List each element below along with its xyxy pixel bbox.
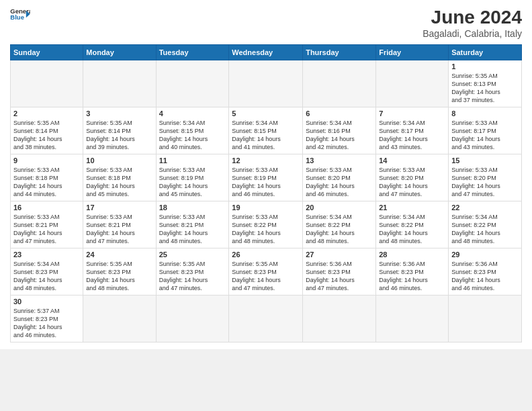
header: General Blue June 2024 Bagaladi, Calabri… [10, 7, 522, 39]
calendar-week-row: 30Sunrise: 5:37 AMSunset: 8:23 PMDayligh… [11, 295, 522, 342]
calendar-cell: 14Sunrise: 5:33 AMSunset: 8:20 PMDayligh… [376, 154, 449, 201]
calendar-week-row: 9Sunrise: 5:33 AMSunset: 8:18 PMDaylight… [11, 154, 522, 201]
day-number: 1 [451, 62, 519, 71]
day-number: 22 [451, 203, 519, 212]
calendar-cell: 24Sunrise: 5:35 AMSunset: 8:23 PMDayligh… [83, 248, 156, 295]
day-info: Sunrise: 5:33 AMSunset: 8:18 PMDaylight:… [13, 166, 80, 199]
day-info: Sunrise: 5:34 AMSunset: 8:17 PMDaylight:… [379, 119, 445, 152]
weekday-header-tuesday: Tuesday [156, 45, 229, 60]
day-info: Sunrise: 5:33 AMSunset: 8:20 PMDaylight:… [306, 166, 373, 199]
calendar-cell [229, 60, 303, 107]
calendar-cell: 12Sunrise: 5:33 AMSunset: 8:19 PMDayligh… [229, 154, 303, 201]
day-number: 25 [159, 250, 226, 259]
day-number: 3 [86, 109, 152, 118]
calendar-cell: 27Sunrise: 5:36 AMSunset: 8:23 PMDayligh… [303, 248, 376, 295]
weekday-header-thursday: Thursday [303, 45, 376, 60]
weekday-header-saturday: Saturday [449, 45, 522, 60]
calendar-cell: 21Sunrise: 5:34 AMSunset: 8:22 PMDayligh… [376, 201, 449, 248]
day-info: Sunrise: 5:33 AMSunset: 8:21 PMDaylight:… [86, 213, 152, 246]
day-info: Sunrise: 5:34 AMSunset: 8:23 PMDaylight:… [13, 260, 80, 293]
calendar-page: General Blue June 2024 Bagaladi, Calabri… [0, 0, 532, 349]
calendar-cell: 5Sunrise: 5:34 AMSunset: 8:15 PMDaylight… [229, 107, 303, 154]
day-number: 17 [86, 203, 152, 212]
calendar-week-row: 2Sunrise: 5:35 AMSunset: 8:14 PMDaylight… [11, 107, 522, 154]
day-info: Sunrise: 5:35 AMSunset: 8:14 PMDaylight:… [13, 119, 80, 152]
day-number: 16 [13, 203, 80, 212]
day-info: Sunrise: 5:33 AMSunset: 8:19 PMDaylight:… [232, 166, 300, 199]
day-info: Sunrise: 5:33 AMSunset: 8:22 PMDaylight:… [232, 213, 300, 246]
day-info: Sunrise: 5:37 AMSunset: 8:23 PMDaylight:… [13, 307, 80, 340]
location: Bagaladi, Calabria, Italy [423, 28, 522, 39]
weekday-header-monday: Monday [83, 45, 156, 60]
day-info: Sunrise: 5:34 AMSunset: 8:22 PMDaylight:… [379, 213, 445, 246]
day-info: Sunrise: 5:35 AMSunset: 8:23 PMDaylight:… [159, 260, 226, 293]
day-info: Sunrise: 5:35 AMSunset: 8:13 PMDaylight:… [451, 72, 519, 105]
day-number: 8 [451, 109, 519, 118]
calendar-cell [303, 60, 376, 107]
day-number: 7 [379, 109, 445, 118]
day-number: 14 [379, 156, 445, 165]
day-info: Sunrise: 5:34 AMSunset: 8:22 PMDaylight:… [306, 213, 373, 246]
calendar-cell: 4Sunrise: 5:34 AMSunset: 8:15 PMDaylight… [156, 107, 229, 154]
calendar-cell: 18Sunrise: 5:33 AMSunset: 8:21 PMDayligh… [156, 201, 229, 248]
svg-text:Blue: Blue [10, 13, 24, 21]
calendar-cell [229, 295, 303, 342]
calendar-week-row: 1Sunrise: 5:35 AMSunset: 8:13 PMDaylight… [11, 60, 522, 107]
calendar-cell [303, 295, 376, 342]
day-number: 5 [232, 109, 300, 118]
day-info: Sunrise: 5:35 AMSunset: 8:23 PMDaylight:… [86, 260, 152, 293]
calendar-cell: 17Sunrise: 5:33 AMSunset: 8:21 PMDayligh… [83, 201, 156, 248]
day-number: 23 [13, 250, 80, 259]
day-info: Sunrise: 5:33 AMSunset: 8:20 PMDaylight:… [379, 166, 445, 199]
calendar-cell [376, 295, 449, 342]
calendar-cell: 30Sunrise: 5:37 AMSunset: 8:23 PMDayligh… [11, 295, 83, 342]
logo-icon: General Blue [10, 7, 30, 21]
day-number: 2 [13, 109, 80, 118]
day-info: Sunrise: 5:35 AMSunset: 8:14 PMDaylight:… [86, 119, 152, 152]
calendar-cell [83, 60, 156, 107]
calendar-cell [449, 295, 522, 342]
day-info: Sunrise: 5:33 AMSunset: 8:21 PMDaylight:… [159, 213, 226, 246]
day-info: Sunrise: 5:33 AMSunset: 8:20 PMDaylight:… [451, 166, 519, 199]
calendar-cell [156, 60, 229, 107]
calendar-cell: 2Sunrise: 5:35 AMSunset: 8:14 PMDaylight… [11, 107, 83, 154]
day-number: 6 [306, 109, 373, 118]
calendar-cell: 23Sunrise: 5:34 AMSunset: 8:23 PMDayligh… [11, 248, 83, 295]
calendar-cell: 19Sunrise: 5:33 AMSunset: 8:22 PMDayligh… [229, 201, 303, 248]
day-number: 30 [13, 298, 80, 306]
day-number: 10 [86, 156, 152, 165]
calendar-cell: 16Sunrise: 5:33 AMSunset: 8:21 PMDayligh… [11, 201, 83, 248]
day-number: 9 [13, 156, 80, 165]
day-number: 20 [306, 203, 373, 212]
calendar-cell: 1Sunrise: 5:35 AMSunset: 8:13 PMDaylight… [449, 60, 522, 107]
calendar-cell [83, 295, 156, 342]
day-number: 21 [379, 203, 445, 212]
calendar-table: SundayMondayTuesdayWednesdayThursdayFrid… [10, 44, 522, 342]
day-info: Sunrise: 5:34 AMSunset: 8:15 PMDaylight:… [159, 119, 226, 152]
calendar-cell: 6Sunrise: 5:34 AMSunset: 8:16 PMDaylight… [303, 107, 376, 154]
day-info: Sunrise: 5:34 AMSunset: 8:22 PMDaylight:… [451, 213, 519, 246]
day-info: Sunrise: 5:35 AMSunset: 8:23 PMDaylight:… [232, 260, 300, 293]
weekday-header-row: SundayMondayTuesdayWednesdayThursdayFrid… [11, 45, 522, 60]
calendar-cell: 15Sunrise: 5:33 AMSunset: 8:20 PMDayligh… [449, 154, 522, 201]
calendar-cell: 3Sunrise: 5:35 AMSunset: 8:14 PMDaylight… [83, 107, 156, 154]
calendar-cell: 8Sunrise: 5:33 AMSunset: 8:17 PMDaylight… [449, 107, 522, 154]
weekday-header-wednesday: Wednesday [229, 45, 303, 60]
calendar-week-row: 16Sunrise: 5:33 AMSunset: 8:21 PMDayligh… [11, 201, 522, 248]
day-number: 28 [379, 250, 445, 259]
logo: General Blue [10, 7, 30, 21]
calendar-cell: 13Sunrise: 5:33 AMSunset: 8:20 PMDayligh… [303, 154, 376, 201]
day-number: 12 [232, 156, 300, 165]
day-info: Sunrise: 5:33 AMSunset: 8:18 PMDaylight:… [86, 166, 152, 199]
calendar-cell: 25Sunrise: 5:35 AMSunset: 8:23 PMDayligh… [156, 248, 229, 295]
calendar-cell: 29Sunrise: 5:36 AMSunset: 8:23 PMDayligh… [449, 248, 522, 295]
calendar-cell: 22Sunrise: 5:34 AMSunset: 8:22 PMDayligh… [449, 201, 522, 248]
day-number: 24 [86, 250, 152, 259]
day-number: 4 [159, 109, 226, 118]
day-info: Sunrise: 5:34 AMSunset: 8:15 PMDaylight:… [232, 119, 300, 152]
day-info: Sunrise: 5:36 AMSunset: 8:23 PMDaylight:… [306, 260, 373, 293]
day-info: Sunrise: 5:34 AMSunset: 8:16 PMDaylight:… [306, 119, 373, 152]
day-number: 11 [159, 156, 226, 165]
day-number: 26 [232, 250, 300, 259]
calendar-cell: 26Sunrise: 5:35 AMSunset: 8:23 PMDayligh… [229, 248, 303, 295]
